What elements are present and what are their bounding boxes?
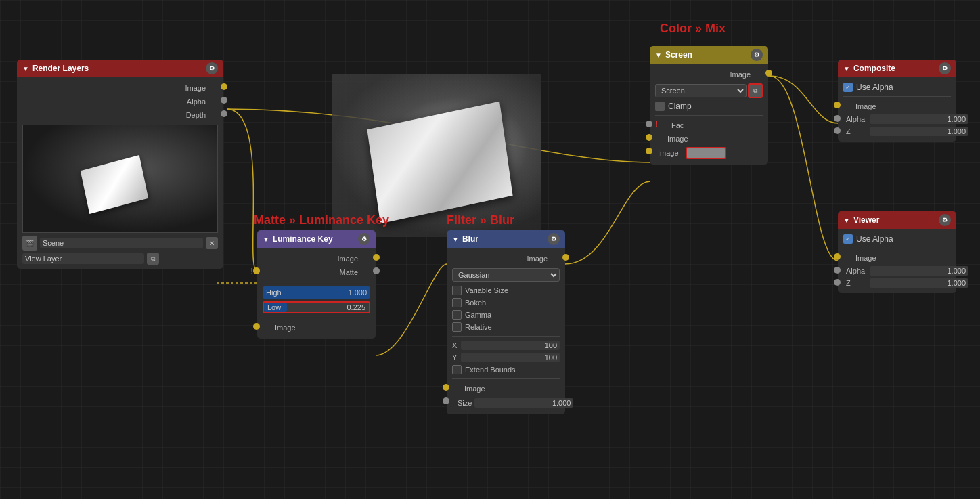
blur-bokeh-checkbox[interactable] bbox=[452, 298, 462, 307]
lk-high-row: High 1.000 bbox=[263, 285, 370, 300]
render-layers-node: ▼ Render Layers ⚙ Image Alpha Depth bbox=[17, 60, 223, 269]
scene-input[interactable] bbox=[40, 238, 203, 248]
blur-x-input[interactable] bbox=[461, 341, 560, 350]
luminance-key-node: ▼ Luminance Key ⚙ Image Matte ! High 1.0… bbox=[257, 230, 376, 339]
lk-high-value: 1.000 bbox=[348, 288, 367, 297]
render-layers-icon-btn[interactable]: ⚙ bbox=[206, 62, 218, 74]
screen-body: Image Screen Mix Multiply Add ⧉ Clamp ! … bbox=[650, 64, 768, 165]
viewer-icon-btn[interactable]: ⚙ bbox=[939, 214, 951, 226]
composite-image-socket[interactable] bbox=[834, 102, 841, 108]
collapse-triangle[interactable]: ▼ bbox=[22, 65, 29, 72]
depth-output-row: Depth bbox=[22, 108, 218, 122]
composite-alpha-row: Alpha bbox=[843, 113, 951, 125]
render-preview bbox=[22, 125, 218, 233]
blur-y-input[interactable] bbox=[461, 353, 560, 362]
lk-image-output-socket[interactable] bbox=[373, 254, 380, 261]
lk-matte-row: Matte ! bbox=[263, 265, 370, 279]
composite-icon-btn[interactable]: ⚙ bbox=[939, 62, 951, 74]
blur-title-label: Filter » Blur bbox=[447, 213, 514, 227]
lk-high-slider[interactable]: High 1.000 bbox=[263, 286, 370, 299]
depth-output-socket[interactable] bbox=[221, 110, 227, 117]
composite-z-input[interactable] bbox=[870, 127, 968, 136]
screen-image1-row: Image bbox=[655, 132, 763, 146]
viewer-alpha-label: Alpha bbox=[846, 267, 870, 275]
lk-image-input-socket[interactable] bbox=[253, 323, 260, 330]
blur-size-input-socket[interactable] bbox=[443, 397, 449, 404]
lk-low-slider[interactable]: Low 0.225 bbox=[263, 301, 370, 313]
screen-title: Screen bbox=[665, 50, 692, 60]
image-output-row: Image bbox=[22, 81, 218, 95]
depth-output-label: Depth bbox=[22, 110, 218, 121]
blur-extend-bounds-checkbox[interactable] bbox=[452, 365, 462, 374]
lk-low-label: Low bbox=[267, 303, 281, 311]
lk-image-input-label: Image bbox=[263, 322, 370, 333]
composite-alpha-socket[interactable] bbox=[834, 115, 841, 122]
screen-fac-socket[interactable] bbox=[646, 121, 652, 127]
composite-image-label: Image bbox=[843, 101, 951, 112]
lk-matte-output-socket[interactable] bbox=[373, 267, 380, 274]
lk-image-output-label: Image bbox=[263, 253, 370, 264]
composite-use-alpha-checkbox[interactable]: ✓ bbox=[843, 83, 853, 92]
alpha-output-row: Alpha bbox=[22, 95, 218, 108]
screen-collapse-triangle[interactable]: ▼ bbox=[655, 51, 662, 59]
close-button[interactable]: ✕ bbox=[206, 237, 218, 249]
lk-matte-output-label: Matte bbox=[263, 267, 370, 278]
blur-variable-size-checkbox[interactable] bbox=[452, 286, 462, 295]
viewer-image-socket[interactable] bbox=[834, 253, 841, 260]
lk-icon-btn[interactable]: ⚙ bbox=[358, 233, 370, 245]
viewer-z-input[interactable] bbox=[870, 278, 968, 288]
viewer-z-socket[interactable] bbox=[834, 279, 841, 286]
composite-collapse-triangle[interactable]: ▼ bbox=[843, 65, 850, 72]
blur-relative-checkbox[interactable] bbox=[452, 322, 462, 332]
luminance-key-title-label: Matte » Luminance Key bbox=[254, 213, 389, 227]
view-layer-input[interactable] bbox=[22, 253, 144, 264]
viewer-z-row: Z bbox=[843, 277, 951, 289]
composite-image-row: Image bbox=[843, 100, 951, 113]
viewer-body: ✓ Use Alpha Image Alpha Z bbox=[838, 229, 956, 293]
blur-dropdown-row: Gaussian Box Fast Gaussian bbox=[452, 268, 560, 282]
composite-header: ▼ Composite ⚙ bbox=[838, 60, 956, 77]
luminance-key-title: Luminance Key bbox=[273, 234, 333, 244]
blur-relative-row: Relative bbox=[452, 321, 560, 333]
blur-relative-label: Relative bbox=[465, 323, 492, 331]
blur-image-output-socket[interactable] bbox=[562, 254, 569, 261]
blur-size-input[interactable] bbox=[474, 398, 573, 408]
viewer-alpha-row: Alpha bbox=[843, 265, 951, 277]
lk-matte-input-socket[interactable] bbox=[253, 267, 260, 274]
screen-clamp-row: Clamp bbox=[655, 100, 763, 112]
lk-collapse-triangle[interactable]: ▼ bbox=[263, 236, 269, 243]
screen-image2-socket[interactable] bbox=[646, 148, 652, 154]
lk-high-label: High bbox=[266, 288, 282, 297]
screen-node: ▼ Screen ⚙ Image Screen Mix Multiply Add… bbox=[650, 46, 768, 165]
blur-type-dropdown[interactable]: Gaussian Box Fast Gaussian bbox=[452, 268, 560, 282]
viewer-collapse-triangle[interactable]: ▼ bbox=[843, 217, 850, 224]
blur-bokeh-row: Bokeh bbox=[452, 297, 560, 309]
composite-alpha-input[interactable] bbox=[870, 114, 968, 124]
screen-clamp-checkbox[interactable] bbox=[655, 102, 665, 111]
color-mix-title-label: Color » Mix bbox=[660, 22, 726, 36]
blur-variable-size-label: Variable Size bbox=[465, 286, 508, 295]
blur-image-input-socket[interactable] bbox=[443, 384, 449, 391]
viewer-use-alpha-checkbox[interactable]: ✓ bbox=[843, 234, 853, 244]
blur-icon-btn[interactable]: ⚙ bbox=[548, 233, 560, 245]
alpha-output-socket[interactable] bbox=[221, 97, 227, 104]
blur-image-input-row: Image bbox=[452, 382, 560, 395]
screen-image1-socket[interactable] bbox=[646, 134, 652, 141]
screen-image-output-socket[interactable] bbox=[765, 70, 772, 77]
screen-image-button[interactable]: ⧉ bbox=[748, 83, 763, 98]
composite-title: Composite bbox=[853, 64, 895, 73]
blur-size-label: Size bbox=[458, 399, 472, 407]
copy-button[interactable]: ⧉ bbox=[147, 253, 159, 265]
screen-image2-row: Image bbox=[655, 146, 763, 160]
viewer-alpha-socket[interactable] bbox=[834, 267, 841, 274]
screen-icon-btn[interactable]: ⚙ bbox=[751, 49, 763, 61]
composite-z-socket[interactable] bbox=[834, 127, 841, 134]
image-output-socket[interactable] bbox=[221, 83, 227, 90]
viewer-alpha-input[interactable] bbox=[870, 266, 968, 276]
blur-gamma-checkbox[interactable] bbox=[452, 310, 462, 320]
scene-icon[interactable]: 🎬 bbox=[22, 236, 37, 251]
viewer-image-row: Image bbox=[843, 251, 951, 265]
screen-type-dropdown[interactable]: Screen Mix Multiply Add bbox=[655, 84, 747, 97]
screen-color-swatch[interactable] bbox=[686, 147, 726, 159]
blur-collapse-triangle[interactable]: ▼ bbox=[452, 236, 459, 243]
